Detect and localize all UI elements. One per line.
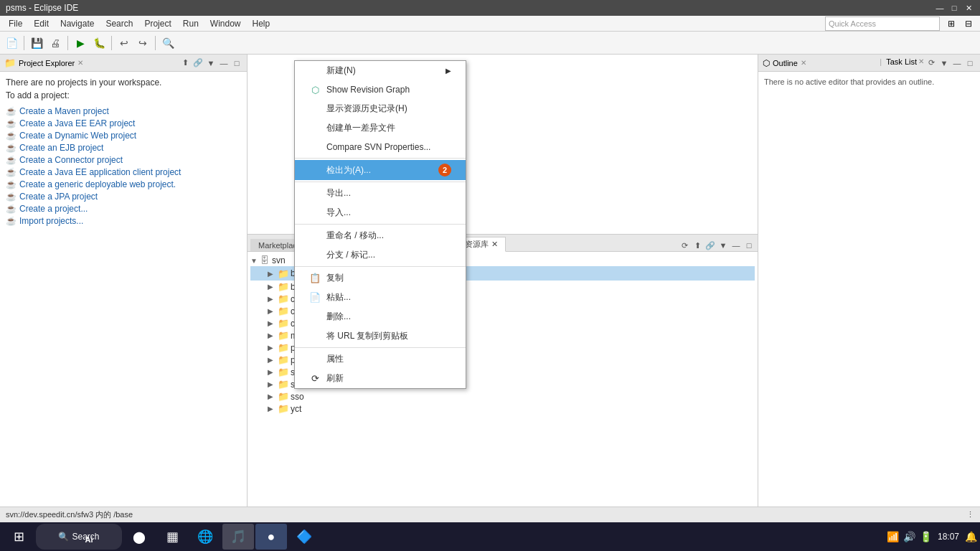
menu-window[interactable]: Window bbox=[204, 17, 247, 30]
create-dynamic-web-link[interactable]: ☕Create a Dynamic Web project bbox=[6, 131, 241, 141]
expand-arrow-base: ▶ bbox=[268, 270, 276, 278]
ctx-sep2 bbox=[295, 182, 466, 182]
folder-icon-contractcustom: 📁 bbox=[278, 318, 289, 329]
minimize-button[interactable]: — bbox=[934, 2, 946, 14]
ctx-paste[interactable]: 📄 粘贴... bbox=[295, 288, 466, 307]
quick-access-input[interactable]: Quick Access bbox=[825, 17, 940, 31]
ctx-export-label: 导出... bbox=[326, 187, 351, 199]
start-button[interactable]: ⊞ bbox=[3, 524, 34, 550]
debug-button[interactable]: 🐛 bbox=[90, 34, 108, 52]
menu-edit[interactable]: Edit bbox=[28, 17, 55, 30]
battery-icon[interactable]: 🔋 bbox=[920, 531, 932, 542]
import-projects-link[interactable]: ☕Import projects... bbox=[6, 216, 241, 226]
num-circle-2: 2 bbox=[438, 164, 451, 176]
expand-arrow-cms: ▶ bbox=[268, 295, 276, 303]
outline-view-menu[interactable]: ▼ bbox=[938, 57, 950, 69]
create-connector-link[interactable]: ☕Create a Connector project bbox=[6, 155, 241, 165]
outline-title: Outline bbox=[773, 59, 798, 67]
menu-run[interactable]: Run bbox=[177, 17, 204, 30]
link-icon[interactable]: 🔗 bbox=[705, 240, 716, 251]
view-menu-icon[interactable]: ▼ bbox=[205, 57, 217, 69]
save-button[interactable]: 💾 bbox=[28, 34, 45, 52]
ai-label: Ai bbox=[77, 528, 100, 551]
ctx-rename-label: 重命名 / 移动... bbox=[326, 230, 384, 242]
outline-minimize[interactable]: — bbox=[951, 57, 963, 69]
ctx-refresh[interactable]: ⟳ 刷新 bbox=[295, 369, 466, 388]
create-jpa-link[interactable]: ☕Create a JPA project bbox=[6, 192, 241, 202]
create-javaee-ear-link[interactable]: ☕Create a Java EE EAR project bbox=[6, 118, 241, 128]
ctx-delete[interactable]: 删除... bbox=[295, 307, 466, 326]
new-button[interactable]: 📄 bbox=[3, 34, 20, 52]
close-button[interactable]: ✕ bbox=[963, 2, 974, 14]
ctx-delete-label: 删除... bbox=[326, 311, 351, 323]
browser-button[interactable]: 🌐 bbox=[189, 524, 221, 550]
search-taskbar-icon: 🔍 bbox=[58, 532, 69, 542]
task-view-button[interactable]: ⬤ bbox=[123, 524, 155, 550]
expand-arrow-yct: ▶ bbox=[268, 405, 276, 413]
properties-icon bbox=[309, 354, 321, 365]
search-button[interactable]: 🔍 bbox=[159, 34, 176, 52]
ctx-checkout[interactable]: 检出为(A)... 2 bbox=[295, 160, 466, 180]
run-button[interactable]: ▶ bbox=[72, 34, 89, 52]
print-button[interactable]: 🖨 bbox=[47, 34, 64, 52]
maximize-panel-icon[interactable]: □ bbox=[231, 57, 242, 69]
music-button[interactable]: 🎵 bbox=[222, 524, 254, 550]
sync-icon[interactable]: ⟳ bbox=[679, 240, 690, 251]
link-editor-icon[interactable]: 🔗 bbox=[192, 57, 204, 69]
create-generic-web-link[interactable]: ☕Create a generic deployable web project… bbox=[6, 179, 241, 189]
menu-help[interactable]: Help bbox=[247, 17, 276, 30]
eclipse-button[interactable]: ● bbox=[255, 524, 287, 550]
status-dots-right[interactable]: ⋮ bbox=[966, 510, 974, 519]
folder-icon-cms: 📁 bbox=[278, 293, 289, 304]
ctx-create-diff[interactable]: 创建单一差异文件 bbox=[295, 118, 466, 138]
minimize-panel-icon[interactable]: — bbox=[218, 57, 230, 69]
ctx-properties[interactable]: 属性 bbox=[295, 349, 466, 369]
notification-icon[interactable]: 🔔 bbox=[965, 531, 977, 542]
status-text: svn://dev.speedit.cn/sfw3 内的 /base bbox=[6, 509, 133, 520]
ctx-show-revision[interactable]: ⬡ Show Revision Graph bbox=[295, 80, 466, 99]
volume-icon[interactable]: 🔊 bbox=[903, 531, 915, 542]
wifi-icon[interactable]: 📶 bbox=[887, 531, 899, 542]
tree-item-sso[interactable]: ▶ 📁 sso bbox=[250, 390, 755, 402]
ctx-rename[interactable]: 重命名 / 移动... bbox=[295, 226, 466, 245]
ctx-copy-url[interactable]: 将 URL 复制到剪贴板 bbox=[295, 326, 466, 346]
create-ejb-link[interactable]: ☕Create an EJB project bbox=[6, 143, 241, 153]
tree-item-yct[interactable]: ▶ 📁 yct bbox=[250, 402, 755, 415]
ctx-show-history[interactable]: 显示资源历史记录(H) bbox=[295, 99, 466, 118]
expand-arrow-psmscustom: ▶ bbox=[268, 356, 276, 364]
ctx-new[interactable]: 新建(N) ▶ bbox=[295, 61, 466, 80]
ctx-copy[interactable]: 📋 复制 bbox=[295, 268, 466, 288]
create-javaee-app-link[interactable]: ☕Create a Java EE application client pro… bbox=[6, 167, 241, 177]
menu-search[interactable]: Search bbox=[100, 17, 138, 30]
menu-file[interactable]: File bbox=[3, 17, 28, 30]
file-explorer-button[interactable]: 🔷 bbox=[288, 524, 320, 550]
maximize-button[interactable]: □ bbox=[948, 2, 960, 14]
menu-navigate[interactable]: Navigate bbox=[55, 17, 100, 30]
folder-icon-blassets: 📁 bbox=[278, 281, 289, 292]
tab-view-menu[interactable]: ▼ bbox=[717, 240, 729, 251]
create-links-container: ☕Create a Maven project ☕Create a Java E… bbox=[6, 106, 241, 226]
redo-button[interactable]: ↪ bbox=[134, 34, 151, 52]
view-button[interactable]: ⊟ bbox=[960, 17, 977, 31]
folder-icon-base: 📁 bbox=[278, 268, 289, 279]
create-project-link[interactable]: ☕Create a project... bbox=[6, 204, 241, 214]
ctx-compare-svn[interactable]: Compare SVN Properties... bbox=[295, 138, 466, 156]
collapse-all-icon[interactable]: ⬆ bbox=[179, 57, 191, 69]
svn-icon: 🗄 bbox=[260, 255, 269, 265]
perspectives-button[interactable]: ⊞ bbox=[943, 17, 960, 31]
rename-icon bbox=[309, 230, 321, 242]
ctx-branch[interactable]: 分支 / 标记... bbox=[295, 245, 466, 265]
create-maven-link[interactable]: ☕Create a Maven project bbox=[6, 106, 241, 116]
ctx-export[interactable]: 导出... bbox=[295, 184, 466, 203]
outline-sync-icon[interactable]: ⟳ bbox=[925, 57, 937, 69]
menu-project[interactable]: Project bbox=[138, 17, 176, 30]
undo-button[interactable]: ↩ bbox=[116, 34, 133, 52]
tab-bar-icons: ⟳ ⬆ 🔗 ▼ — □ bbox=[679, 240, 755, 251]
tab-maximize[interactable]: □ bbox=[743, 240, 755, 251]
task-list-title: Task List bbox=[886, 57, 917, 69]
outline-maximize[interactable]: □ bbox=[964, 57, 976, 69]
ctx-import[interactable]: 导入... bbox=[295, 203, 466, 222]
tab-minimize[interactable]: — bbox=[730, 240, 742, 251]
multitask-button[interactable]: ▦ bbox=[156, 524, 188, 550]
collapse-icon[interactable]: ⬆ bbox=[692, 240, 703, 251]
